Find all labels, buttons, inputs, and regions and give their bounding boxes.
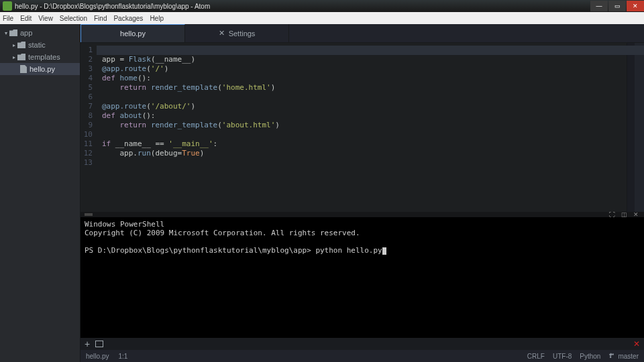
maximize-button[interactable]: ▭ xyxy=(608,1,626,11)
tree-folder-static[interactable]: ▸ static xyxy=(0,39,80,51)
status-language[interactable]: Python xyxy=(580,353,600,360)
branch-label: master xyxy=(618,353,639,360)
folder-icon xyxy=(17,54,25,60)
menu-selection[interactable]: Selection xyxy=(60,15,87,22)
minimap[interactable] xyxy=(627,43,635,212)
tab-label: Settings xyxy=(229,29,256,38)
file-icon xyxy=(20,65,27,73)
chevron-right-icon: ▸ xyxy=(11,54,17,60)
terminal-header: Windows PowerShell xyxy=(85,220,164,229)
terminal-tabbar: + ✕ xyxy=(80,338,644,350)
terminal-instance-icon[interactable] xyxy=(95,341,103,347)
status-bar: hello.py 1:1 CRLF UTF-8 Python master xyxy=(80,350,644,362)
tree-label: templates xyxy=(28,53,60,61)
menu-edit[interactable]: Edit xyxy=(20,15,32,22)
terminal-close-icon[interactable]: ✕ xyxy=(632,212,640,217)
tree-file-hello[interactable]: hello.py xyxy=(0,63,80,75)
grip-icon xyxy=(85,213,93,216)
code-editor[interactable]: 12345678910111213 from flask import Flas… xyxy=(80,43,644,212)
vertical-scrollbar[interactable] xyxy=(635,43,644,212)
menu-find[interactable]: Find xyxy=(94,15,107,22)
menu-bar: File Edit View Selection Find Packages H… xyxy=(0,12,644,24)
git-branch-icon xyxy=(608,353,615,359)
terminal-resize-handle[interactable]: ⛶ ◫ ✕ xyxy=(80,212,644,217)
folder-icon xyxy=(17,42,25,48)
tree-folder-templates[interactable]: ▸ templates xyxy=(0,51,80,63)
close-button[interactable]: ✕ xyxy=(627,1,644,11)
chevron-right-icon: ▸ xyxy=(11,42,17,48)
editor-tabs: hello.py ✕ Settings xyxy=(80,24,644,43)
terminal-fullscreen-icon[interactable]: ⛶ xyxy=(608,212,616,217)
status-cursor-pos[interactable]: 1:1 xyxy=(118,353,127,360)
terminal-new-button[interactable]: + xyxy=(85,339,90,349)
status-git-branch[interactable]: master xyxy=(608,353,639,360)
tab-label: hello.py xyxy=(120,29,146,38)
terminal-cursor xyxy=(382,247,386,255)
menu-packages[interactable]: Packages xyxy=(113,15,143,22)
status-eol[interactable]: CRLF xyxy=(527,353,545,360)
menu-view[interactable]: View xyxy=(38,15,53,22)
terminal-prompt: PS D:\Dropbox\Blogs\pythonflasktutorial\… xyxy=(85,246,315,255)
tab-settings[interactable]: ✕ Settings xyxy=(185,24,289,42)
tree-label: hello.py xyxy=(30,65,55,73)
project-tree: ▾ app ▸ static ▸ templates hello.py xyxy=(0,24,80,362)
tree-folder-app[interactable]: ▾ app xyxy=(0,27,80,39)
status-file[interactable]: hello.py xyxy=(86,353,109,360)
window-title: hello.py - D:\Dropbox\Blogs\pythonflaskt… xyxy=(15,3,590,10)
minimize-button[interactable]: — xyxy=(590,1,608,11)
folder-icon xyxy=(9,29,17,36)
terminal-panel[interactable]: Windows PowerShell Copyright (C) 2009 Mi… xyxy=(80,217,644,338)
menu-help[interactable]: Help xyxy=(150,15,164,22)
terminal-error-close-button[interactable]: ✕ xyxy=(633,339,640,349)
terminal-input: python hello.py xyxy=(315,246,382,255)
tab-hello[interactable]: hello.py xyxy=(81,24,185,42)
status-encoding[interactable]: UTF-8 xyxy=(553,353,572,360)
line-gutter: 12345678910111213 xyxy=(80,43,97,212)
chevron-down-icon: ▾ xyxy=(3,30,9,36)
tree-label: app xyxy=(20,29,32,37)
app-icon xyxy=(3,1,12,11)
tree-label: static xyxy=(28,41,46,49)
terminal-copyright: Copyright (C) 2009 Microsoft Corporation… xyxy=(85,229,360,237)
current-line-highlight xyxy=(97,46,644,55)
gear-icon: ✕ xyxy=(219,29,225,38)
menu-file[interactable]: File xyxy=(3,15,13,22)
terminal-split-icon[interactable]: ◫ xyxy=(620,212,628,217)
window-titlebar: hello.py - D:\Dropbox\Blogs\pythonflaskt… xyxy=(0,0,644,12)
code-content[interactable]: from flask import Flask, render_template… xyxy=(97,43,627,212)
